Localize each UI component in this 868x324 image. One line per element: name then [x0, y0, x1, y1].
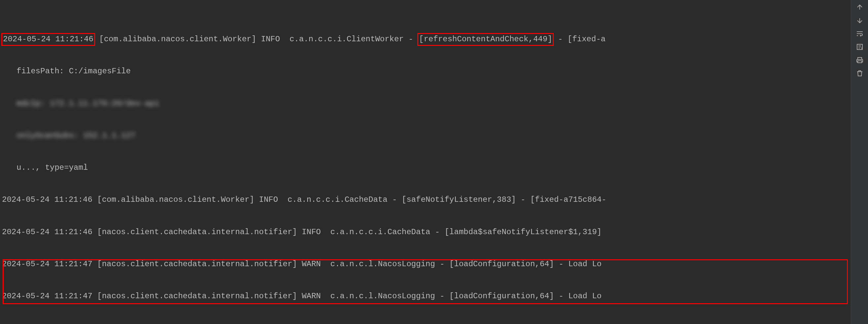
log-text: 2024-05-24 11:21:47 [nacos.client.cached… [2, 260, 602, 268]
log-line: filesPath: C:/imagesFile [2, 66, 851, 77]
log-text: onlyScanSubs: 152.1.1.127 [17, 131, 135, 140]
arrow-down-icon[interactable] [855, 16, 864, 25]
log-line-redacted: onlyScanSubs: 152.1.1.127 [2, 130, 851, 141]
arrow-up-icon[interactable] [855, 3, 864, 12]
method-ref: [refreshContentAndCheck,449] [419, 35, 552, 43]
log-line-redacted: mdcIp: 172.1.11.179:20/dev-api [2, 98, 851, 109]
log-text: [com.alibaba.nacos.client.Worker] INFO c… [94, 35, 418, 43]
highlight-method-box: [refreshContentAndCheck,449] [417, 33, 554, 45]
log-line: 2024-05-24 11:21:46 [nacos.client.cached… [2, 227, 851, 237]
scroll-to-end-icon[interactable] [855, 42, 864, 52]
log-text: 2024-05-24 11:21:46 [com.alibaba.nacos.c… [2, 195, 606, 204]
log-text: filesPath: C:/imagesFile [17, 67, 131, 76]
log-line: 2024-05-24 11:21:47 [nacos.client.cached… [2, 291, 851, 301]
print-icon[interactable] [855, 56, 864, 65]
log-text: 2024-05-24 11:21:46 [nacos.client.cached… [2, 228, 602, 236]
log-text: u..., type=yaml [17, 163, 88, 172]
log-line: 2024-05-24 11:21:47 [nacos.client.cached… [2, 259, 851, 269]
log-text: - [fixed-a [553, 35, 605, 43]
log-line: 2024-05-24 11:21:46 [com.alibaba.nacos.c… [2, 34, 851, 44]
clear-all-icon[interactable] [855, 69, 864, 78]
console-log-output[interactable]: 2024-05-24 11:21:46 [com.alibaba.nacos.c… [0, 0, 851, 324]
console-toolbar [851, 0, 868, 324]
log-text: 2024-05-24 11:21:47 [nacos.client.cached… [2, 292, 602, 300]
log-text: mdcIp: 172.1.11.179:20/dev-api [17, 99, 159, 108]
log-line: 2024-05-24 11:21:46 [com.alibaba.nacos.c… [2, 195, 851, 205]
soft-wrap-icon[interactable] [855, 29, 864, 38]
timestamp: 2024-05-24 11:21:46 [3, 35, 94, 43]
highlight-timestamp-box: 2024-05-24 11:21:46 [1, 33, 95, 45]
log-line: u..., type=yaml [2, 162, 851, 173]
